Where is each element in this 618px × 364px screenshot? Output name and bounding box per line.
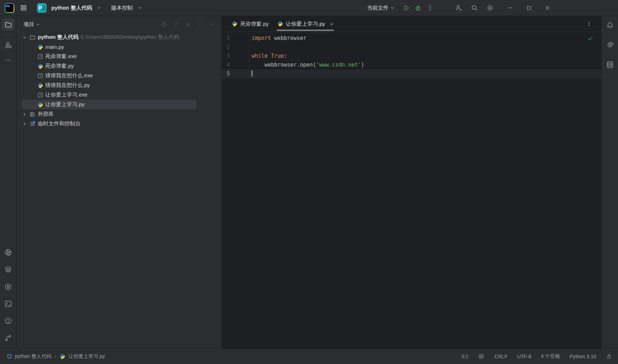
run-toolwindow-button[interactable] [2, 281, 14, 293]
code-line[interactable]: 4 webbrowser.open('www.csdn.net') [222, 61, 601, 69]
structure-toolwindow-button[interactable] [2, 39, 14, 51]
collapse-all-icon[interactable] [185, 21, 191, 27]
close-tab-icon[interactable]: × [330, 21, 333, 27]
node-label: 外部库 [38, 111, 54, 118]
version-control-toolwindow-button[interactable] [2, 332, 14, 344]
line-separator-widget[interactable]: CRLF [494, 354, 508, 359]
chevron-down-icon [36, 22, 40, 27]
editor-area: 死命弹窗.py 让你爱上学习.py × 1 import webbrowser … [222, 16, 601, 348]
code-line-current[interactable]: 5 [222, 69, 601, 78]
tab-label: 让你爱上学习.py [286, 21, 325, 27]
services-toolwindow-button[interactable] [2, 264, 14, 276]
minimize-button[interactable] [501, 0, 520, 16]
run-configuration-selector[interactable]: 当前文件 [367, 5, 395, 11]
python-file-icon [277, 21, 283, 27]
breadcrumb-project[interactable]: python 整人代码 [15, 353, 51, 360]
project-tree: python 整人代码C:\Users\35554\Desktop\python… [17, 32, 221, 129]
file-label: 让你爱上学习.exe [45, 92, 87, 98]
run-button[interactable] [400, 2, 412, 14]
chevron-right-icon [22, 121, 27, 126]
root-folder-path: C:\Users\35554\Desktop\python 整人代码 [81, 34, 179, 40]
settings-button[interactable] [484, 2, 496, 14]
more-actions-button[interactable] [424, 2, 436, 14]
main-menu-button[interactable] [17, 2, 30, 14]
file-label: 死命弹窗.py [45, 63, 74, 69]
debug-button[interactable] [412, 2, 424, 14]
python-file-icon [37, 63, 43, 69]
python-file-icon [37, 102, 43, 108]
tree-row-file[interactable]: ? 死命弹窗.exe [17, 52, 221, 61]
python-file-icon [232, 21, 237, 27]
line-number: 5 [222, 69, 249, 78]
line-number: 3 [222, 52, 249, 61]
search-everywhere-button[interactable] [468, 2, 480, 14]
breadcrumb-file[interactable]: 让你爱上学习.py [68, 353, 105, 360]
tree-row-file[interactable]: main.py [17, 42, 221, 52]
file-label: 让你爱上学习.py [45, 101, 84, 108]
code-line[interactable]: 2 [222, 43, 601, 52]
indent-widget[interactable]: 4 个空格 [541, 353, 560, 360]
interpreter-widget[interactable]: Python 3.10 [570, 354, 596, 359]
expand-collapse-icon[interactable] [173, 21, 179, 27]
tree-row-file[interactable]: 死命弹窗.py [17, 61, 221, 71]
library-icon [30, 111, 36, 117]
tab-list-button[interactable] [586, 21, 601, 27]
chevron-down-icon [97, 5, 102, 10]
tree-row-file-selected[interactable]: 让你爱上学习.py [21, 100, 196, 109]
file-label: 死命弹窗.exe [45, 53, 77, 60]
project-avatar: P [37, 3, 47, 13]
file-label: 猜猜我在想什么.py [45, 82, 90, 89]
node-label: 临时文件和控制台 [38, 120, 81, 127]
ai-assistant-button[interactable] [604, 39, 616, 51]
maximize-button[interactable] [520, 0, 538, 16]
code-editor[interactable]: 1 import webbrowser 2 3 while True: 4 we… [222, 32, 601, 348]
terminal-toolwindow-button[interactable] [2, 298, 14, 310]
version-control-menu[interactable]: 版本控制 [111, 5, 133, 11]
status-bar: python 整人代码 › 让你爱上学习.py 5:1 CRLF UTF-8 4… [0, 348, 618, 364]
scratches-icon [30, 121, 36, 127]
close-button[interactable] [538, 0, 557, 16]
unlock-icon[interactable] [606, 353, 612, 360]
hide-panel-icon[interactable] [209, 21, 215, 27]
more-toolwindows-button[interactable] [2, 54, 14, 66]
tree-row-file[interactable]: ? 猜猜我在想什么.exe [17, 71, 221, 80]
code-with-me-button[interactable] [453, 2, 465, 14]
panel-options-icon[interactable] [197, 21, 203, 27]
project-name-menu[interactable]: python 整人代码 [51, 5, 92, 11]
python-file-icon [37, 44, 43, 50]
project-panel: 项目 python 整人代码C:\Users\35554\Desktop\pyt… [17, 16, 222, 348]
stripe-divider [5, 35, 12, 35]
tab-inactive[interactable]: 死命弹窗.py [227, 16, 273, 32]
highlighting-off-icon[interactable] [478, 353, 485, 360]
project-toolwindow-button[interactable] [2, 19, 14, 31]
chevron-down-icon [390, 5, 395, 10]
line-number: 4 [222, 61, 249, 69]
editor-tab-bar: 死命弹窗.py 让你爱上学习.py × [222, 16, 601, 32]
project-panel-title[interactable]: 项目 [24, 21, 34, 28]
python-packages-toolwindow-button[interactable] [2, 246, 14, 259]
encoding-widget[interactable]: UTF-8 [517, 354, 531, 359]
problems-toolwindow-button[interactable] [2, 315, 14, 327]
tab-label: 死命弹窗.py [240, 21, 269, 27]
inspections-ok-icon[interactable] [587, 35, 593, 41]
locate-file-icon[interactable] [161, 21, 167, 27]
unknown-file-icon: ? [37, 73, 43, 79]
file-label: 猜猜我在想什么.exe [45, 72, 93, 79]
root-folder-name: python 整人代码 [38, 34, 78, 40]
left-toolwindow-stripe [0, 16, 17, 348]
database-button[interactable] [604, 58, 616, 71]
tree-row-file[interactable]: 猜猜我在想什么.py [17, 80, 221, 90]
tree-row-scratches[interactable]: 临时文件和控制台 [17, 119, 221, 129]
code-line[interactable]: 1 import webbrowser [222, 34, 601, 43]
tree-row-external-libraries[interactable]: 外部库 [17, 109, 221, 119]
code-line[interactable]: 3 while True: [222, 52, 601, 61]
file-label: main.py [45, 44, 64, 50]
tree-row-file[interactable]: ? 让你爱上学习.exe [17, 90, 221, 100]
tab-active[interactable]: 让你爱上学习.py × [273, 16, 338, 32]
unknown-file-icon: ? [37, 92, 43, 98]
caret-position-widget[interactable]: 5:1 [462, 354, 468, 359]
python-file-icon [60, 354, 65, 359]
notifications-button[interactable] [604, 19, 616, 31]
title-bar: PC P python 整人代码 版本控制 当前文件 [0, 0, 618, 16]
tree-row-root[interactable]: python 整人代码C:\Users\35554\Desktop\python… [17, 32, 221, 42]
